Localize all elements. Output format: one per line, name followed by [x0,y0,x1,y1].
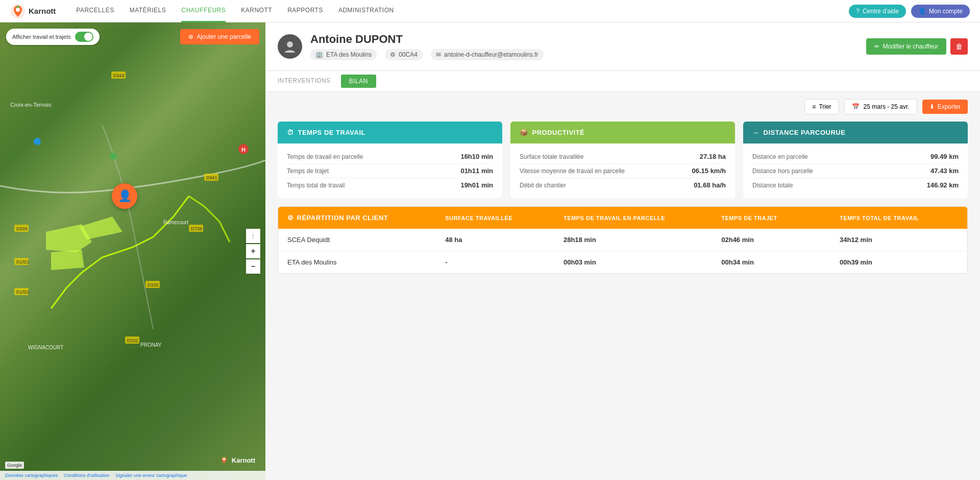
date-range-button[interactable]: 📅 25 mars - 25 avr. [844,99,917,114]
stat-row-debit: Débit de chantier 01.68 ha/h [520,178,726,192]
map-data-link[interactable]: Données cartographiques [5,473,58,478]
productivite-title: PRODUCTIVITÉ [532,129,585,136]
svg-text:D1/D1: D1/D1 [16,259,30,265]
nav-administration[interactable]: ADMINISTRATION [338,0,394,22]
more-icon: ⋮ [251,233,256,239]
zoom-out-button[interactable]: − [246,259,260,274]
export-button[interactable]: ⬇ Exporter [922,100,968,114]
map-terms-link[interactable]: Conditions d'utilisation [64,473,109,478]
logo[interactable]: Karnott [10,4,56,19]
temps-travail-title: TEMPS DE TRAVAIL [298,129,365,136]
dist-label-1: Distance hors parcelle [752,167,813,175]
rep-temps-total-0: 34h12 min [840,236,958,244]
help-button[interactable]: ? Centre d'aide [849,5,906,18]
company-icon: 🏢 [315,51,323,58]
driver-pin-icon: 👤 [118,189,132,203]
productivite-card: 📦 PRODUCTIVITÉ Surface totale travaillée… [510,122,735,198]
rep-surface-1: - [445,258,564,266]
dist-value-0: 99.49 km [930,153,959,160]
account-icon: 👤 [918,8,926,15]
map-branding: Karnott [219,455,255,465]
delete-driver-button[interactable]: 🗑 [950,38,968,55]
logo-text: Karnott [29,7,56,15]
prod-value-2: 01.68 ha/h [694,181,726,189]
driver-company: ETA des Moulins [326,51,372,58]
svg-rect-13 [189,225,203,232]
filter-label: Trier [819,103,831,110]
add-parcel-button[interactable]: ⊕ Ajouter une parcelle [180,29,259,44]
driver-meta: 🏢 ETA des Moulins ⚙ 00CA4 ✉ antoine-d-ch… [310,49,544,60]
driver-name: Antoine DUPONT [310,33,544,46]
filter-button[interactable]: ≡ Trier [804,99,839,114]
map-footer: Données cartographiques Conditions d'uti… [0,471,265,480]
zoom-in-button[interactable]: + [246,244,260,258]
driver-details: Antoine DUPONT 🏢 ETA des Moulins ⚙ 00CA4… [310,33,544,60]
rep-client-1: ETA des Moulins [287,258,445,266]
svg-text:D1/D1: D1/D1 [16,290,30,295]
tab-interventions[interactable]: INTERVENTIONS [278,71,331,91]
nav-links: PARCELLES MATÉRIELS CHAUFFEURS KARNOTT R… [76,0,394,22]
main-layout: Croix-en-Ternois Ramecourt WIGNACOURT PR… [0,22,980,480]
distance-card: ↔ DISTANCE PARCOURUE Distance en parcell… [743,122,968,198]
toggle-label: Afficher travail et trajets [12,34,71,40]
svg-text:D939: D939 [16,226,28,231]
nav-chauffeurs[interactable]: CHAUFFEURS [181,0,226,22]
rep-client-0: SCEA Dequidt [287,236,445,244]
productivite-header: 📦 PRODUCTIVITÉ [510,122,735,143]
edit-driver-button[interactable]: ✏ Modifier le chauffeur [866,38,946,55]
svg-point-30 [287,41,293,47]
account-button[interactable]: 👤 Mon compte [911,5,970,18]
stat-row-vitesse: Vitesse moyenne de travail en parcelle 0… [520,164,726,178]
rep-temps-parcelle-0: 28h18 min [564,236,721,244]
help-label: Centre d'aide [863,8,899,15]
nav-karnott[interactable]: KARNOTT [241,0,272,22]
map-top-controls: Afficher travail et trajets ⊕ Ajouter un… [6,29,259,45]
productivite-body: Surface totale travaillée 27.18 ha Vites… [510,143,735,198]
stat-value-0: 16h10 min [460,153,493,160]
svg-rect-21 [145,281,160,288]
nav-materiels[interactable]: MATÉRIELS [130,0,166,22]
rep-row-1: ETA des Moulins - 00h03 min 00h34 min 00… [278,251,967,273]
distance-header: ↔ DISTANCE PARCOURUE [743,122,968,143]
rep-col-surface: SURFACE TRAVAILLÉE [445,215,564,221]
map-report-link[interactable]: Signaler une erreur cartographique [115,473,187,478]
distance-title: DISTANCE PARCOURUE [764,129,846,136]
svg-rect-23 [125,337,139,344]
tab-bilan[interactable]: BILAN [341,75,376,88]
svg-marker-2 [46,224,92,252]
svg-text:D941: D941 [206,175,217,180]
nav-parcelles[interactable]: PARCELLES [76,0,114,22]
stat-value-2: 19h01 min [460,181,493,189]
rep-col-temps-parcelle: TEMPS DE TRAVAIL EN PARCELLE [564,215,721,221]
rep-surface-0: 48 ha [445,236,564,244]
nav-rapports[interactable]: RAPPORTS [287,0,323,22]
export-icon: ⬇ [929,103,935,110]
svg-rect-9 [111,71,126,79]
dist-label-2: Distance totale [752,182,793,189]
right-panel: Antoine DUPONT 🏢 ETA des Moulins ⚙ 00CA4… [265,22,980,480]
svg-text:D739: D739 [191,226,202,231]
prod-label-1: Vitesse moyenne de travail en parcelle [520,167,625,175]
dist-label-0: Distance en parcelle [752,153,808,160]
stat-label-0: Temps de travail en parcelle [287,153,363,160]
stat-row-dist-parcelle: Distance en parcelle 99.49 km [752,150,959,164]
nav-right-actions: ? Centre d'aide 👤 Mon compte [849,5,970,18]
map-zoom-controls: ⋮ + − [246,229,260,274]
stat-row-dist-total: Distance totale 146.92 km [752,178,959,192]
svg-point-25 [238,144,249,154]
temps-travail-header: ⏱ TEMPS DE TRAVAIL [278,122,502,143]
temps-travail-card: ⏱ TEMPS DE TRAVAIL Temps de travail en p… [278,122,502,198]
account-label: Mon compte [929,8,963,15]
driver-email: antoine-d-chauffeur@etamoulins.fr [444,51,538,58]
productivite-icon: 📦 [520,129,528,136]
date-range-label: 25 mars - 25 avr. [864,103,910,110]
edit-label: Modifier le chauffeur [883,43,938,50]
map-more-button[interactable]: ⋮ [246,229,260,243]
work-travel-toggle[interactable] [75,32,93,42]
prod-label-0: Surface totale travaillée [520,153,583,160]
prod-value-1: 06.15 km/h [692,167,726,175]
driver-company-tag: 🏢 ETA des Moulins [310,49,377,60]
export-label: Exporter [938,103,961,110]
rep-temps-trajet-1: 00h34 min [721,258,840,266]
distance-icon: ↔ [752,129,760,136]
